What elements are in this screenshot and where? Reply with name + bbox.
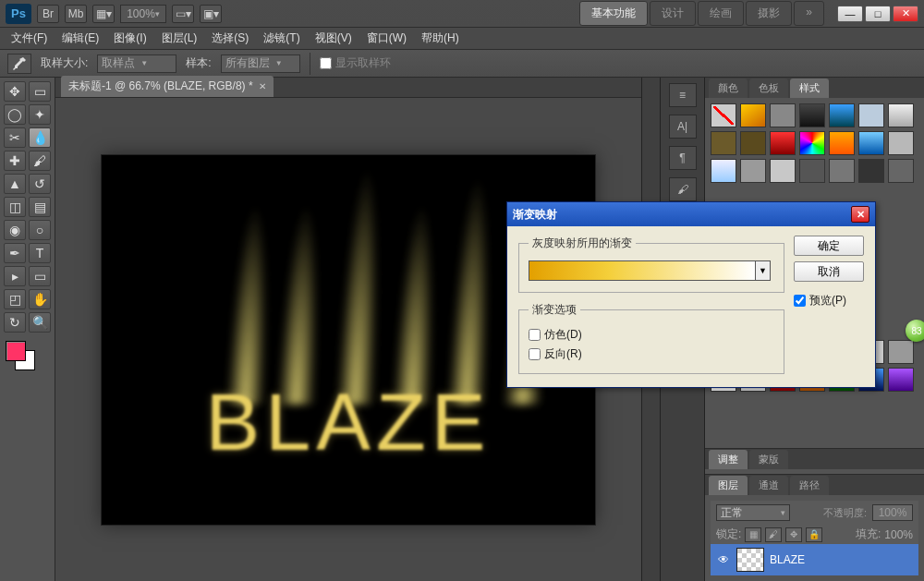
- cancel-button[interactable]: 取消: [794, 261, 864, 282]
- color-swatches[interactable]: [4, 341, 51, 374]
- tab-swatches[interactable]: 色板: [749, 79, 788, 98]
- menu-image[interactable]: 图像(I): [108, 28, 152, 49]
- history-brush-tool[interactable]: ↺: [29, 174, 51, 194]
- eraser-tool[interactable]: ◫: [4, 197, 26, 217]
- close-window-button[interactable]: ✕: [893, 6, 918, 22]
- style-none[interactable]: [711, 103, 736, 127]
- quick-select-tool[interactable]: ✦: [29, 104, 51, 125]
- hand-tool[interactable]: ✋: [29, 289, 51, 309]
- style-swatch[interactable]: [888, 103, 914, 127]
- 3d-tool[interactable]: ◰: [4, 289, 26, 309]
- move-tool[interactable]: ✥: [4, 81, 26, 102]
- tab-channels[interactable]: 通道: [749, 476, 788, 495]
- assist-bubble[interactable]: 83: [906, 320, 924, 342]
- path-select-tool[interactable]: ▸: [4, 266, 26, 286]
- paragraph-panel-icon[interactable]: ¶: [669, 146, 697, 170]
- menu-filter[interactable]: 滤镜(T): [258, 28, 305, 49]
- style-swatch[interactable]: [740, 159, 766, 183]
- style-swatch[interactable]: [858, 159, 884, 183]
- style-swatch[interactable]: [770, 103, 796, 127]
- style-swatch[interactable]: [711, 131, 736, 155]
- minimize-button[interactable]: —: [837, 6, 863, 22]
- close-document-icon[interactable]: ✕: [259, 81, 266, 91]
- fill-value[interactable]: 100%: [884, 528, 913, 541]
- foreground-color-swatch[interactable]: [6, 341, 26, 361]
- tab-styles[interactable]: 样式: [790, 79, 829, 98]
- menu-help[interactable]: 帮助(H): [416, 28, 465, 49]
- tab-color[interactable]: 颜色: [709, 79, 748, 98]
- type-tool[interactable]: T: [29, 243, 51, 263]
- view-extras-button[interactable]: ▦▾: [92, 5, 115, 23]
- style-swatch[interactable]: [888, 368, 914, 392]
- bridge-button[interactable]: Br: [37, 5, 59, 23]
- preview-checkbox[interactable]: 预览(P): [794, 293, 864, 309]
- zoom-level[interactable]: 100% ▾: [120, 5, 166, 23]
- style-swatch[interactable]: [888, 159, 914, 183]
- style-swatch[interactable]: [888, 131, 914, 155]
- crop-tool[interactable]: ✂: [4, 127, 26, 148]
- pen-tool[interactable]: ✒: [4, 243, 26, 263]
- dodge-tool[interactable]: ○: [29, 220, 51, 240]
- dither-checkbox[interactable]: 仿色(D): [529, 327, 774, 343]
- show-sample-ring-checkbox[interactable]: 显示取样环: [320, 55, 391, 71]
- sample-size-combo[interactable]: 取样点▼: [97, 54, 176, 73]
- dialog-close-button[interactable]: ✕: [851, 206, 869, 223]
- document-tab[interactable]: 未标题-1 @ 66.7% (BLAZE, RGB/8) * ✕: [61, 76, 274, 97]
- tab-layers[interactable]: 图层: [709, 476, 748, 495]
- style-swatch[interactable]: [740, 103, 766, 127]
- workspace-tab-design[interactable]: 设计: [650, 1, 696, 26]
- dialog-titlebar[interactable]: 渐变映射 ✕: [507, 202, 875, 226]
- layer-visibility-icon[interactable]: 👁: [716, 553, 731, 566]
- tab-paths[interactable]: 路径: [790, 476, 829, 495]
- menu-select[interactable]: 选择(S): [206, 28, 254, 49]
- reverse-checkbox[interactable]: 反向(R): [529, 346, 774, 362]
- style-swatch[interactable]: [829, 159, 855, 183]
- stamp-tool[interactable]: ▲: [4, 174, 26, 194]
- healing-brush-tool[interactable]: ✚: [4, 151, 26, 171]
- current-tool-icon[interactable]: [7, 54, 31, 74]
- zoom-tool[interactable]: 🔍: [29, 312, 51, 333]
- style-swatch[interactable]: [799, 131, 825, 155]
- workspace-tab-essentials[interactable]: 基本功能: [579, 1, 648, 26]
- workspace-tab-photography[interactable]: 摄影: [746, 1, 792, 26]
- character-panel-icon[interactable]: A|: [669, 115, 697, 139]
- ok-button[interactable]: 确定: [794, 236, 864, 256]
- lock-all-icon[interactable]: 🔒: [806, 527, 822, 542]
- style-swatch[interactable]: [770, 131, 796, 155]
- lock-pixels-icon[interactable]: 🖌: [765, 527, 782, 542]
- lasso-tool[interactable]: ◯: [4, 104, 26, 125]
- menu-file[interactable]: 文件(F): [6, 28, 53, 49]
- arrange-docs-button[interactable]: ▭▾: [172, 5, 194, 23]
- style-swatch[interactable]: [711, 159, 736, 183]
- brush-tool[interactable]: 🖌: [29, 151, 51, 171]
- maximize-button[interactable]: □: [865, 6, 891, 22]
- shape-tool[interactable]: ▭: [29, 266, 51, 286]
- menu-window[interactable]: 窗口(W): [361, 28, 412, 49]
- style-swatch[interactable]: [858, 103, 884, 127]
- style-swatch[interactable]: [858, 131, 884, 155]
- tab-masks[interactable]: 蒙版: [749, 450, 788, 469]
- style-swatch[interactable]: [888, 340, 914, 364]
- layer-thumbnail[interactable]: [736, 548, 764, 572]
- lock-position-icon[interactable]: ✥: [785, 527, 802, 542]
- style-swatch[interactable]: [799, 103, 825, 127]
- gradient-tool[interactable]: ▤: [29, 197, 51, 217]
- rotate-view-tool[interactable]: ↻: [4, 312, 26, 333]
- sample-layers-combo[interactable]: 所有图层▼: [221, 54, 300, 73]
- tab-adjustments[interactable]: 调整: [709, 450, 748, 469]
- gradient-dropdown[interactable]: ▼: [756, 260, 771, 281]
- lock-transparency-icon[interactable]: ▦: [745, 527, 761, 542]
- layer-row[interactable]: 👁 BLAZE: [711, 544, 918, 575]
- opacity-value[interactable]: 100%: [872, 504, 913, 521]
- style-swatch[interactable]: [770, 159, 796, 183]
- eyedropper-tool[interactable]: 💧: [29, 127, 51, 148]
- style-swatch[interactable]: [829, 131, 855, 155]
- menu-view[interactable]: 视图(V): [310, 28, 358, 49]
- style-swatch[interactable]: [829, 103, 855, 127]
- workspace-more[interactable]: »: [794, 1, 824, 26]
- blend-mode-select[interactable]: 正常▾: [716, 504, 790, 521]
- menu-layer[interactable]: 图层(L): [156, 28, 203, 49]
- style-swatch[interactable]: [740, 131, 766, 155]
- marquee-tool[interactable]: ▭: [29, 81, 51, 102]
- gradient-preview[interactable]: [529, 260, 756, 281]
